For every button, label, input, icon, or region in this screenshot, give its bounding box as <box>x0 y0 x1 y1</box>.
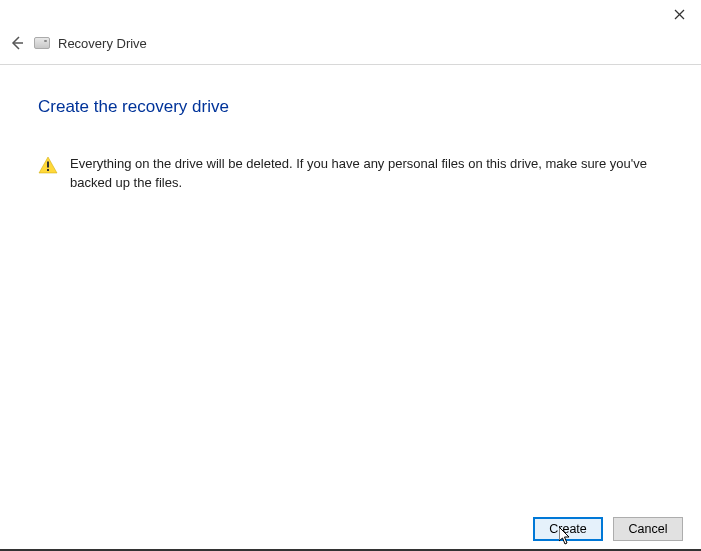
svg-rect-4 <box>47 169 49 171</box>
back-button[interactable] <box>6 32 28 54</box>
create-button[interactable]: Create <box>533 517 603 541</box>
close-button[interactable] <box>669 4 689 24</box>
back-arrow-icon <box>9 35 25 51</box>
titlebar <box>0 0 701 28</box>
window-title: Recovery Drive <box>58 36 147 51</box>
footer: Create Cancel <box>533 517 683 541</box>
warning-text: Everything on the drive will be deleted.… <box>70 155 663 193</box>
warning-row: Everything on the drive will be deleted.… <box>38 155 663 193</box>
svg-rect-3 <box>47 162 49 168</box>
close-icon <box>674 9 685 20</box>
cancel-button[interactable]: Cancel <box>613 517 683 541</box>
warning-icon <box>38 156 58 178</box>
drive-icon <box>34 37 50 49</box>
header-bar: Recovery Drive <box>0 28 701 65</box>
page-heading: Create the recovery drive <box>38 97 663 117</box>
content-area: Create the recovery drive Everything on … <box>0 65 701 193</box>
